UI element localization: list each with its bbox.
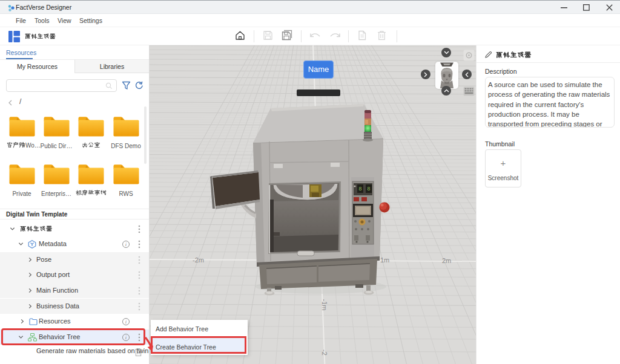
svg-text:8: 8 bbox=[367, 186, 370, 192]
svg-text:8: 8 bbox=[358, 186, 361, 192]
